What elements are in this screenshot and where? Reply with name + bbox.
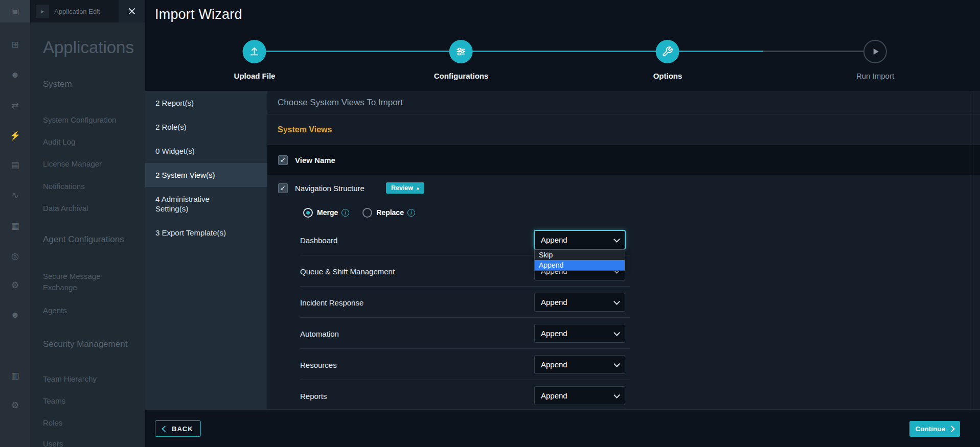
close-button[interactable] <box>119 0 145 22</box>
automation-row: Automation Append <box>267 318 980 349</box>
view-mapping-rows: Dashboard Append Skip Append Queue & Shi… <box>267 224 980 409</box>
dashboard-select-menu: Skip Append <box>534 249 625 271</box>
connectors-icon[interactable]: ⚙ <box>0 280 30 291</box>
view-name-label: View Name <box>295 156 335 164</box>
sidebar-item-system-configuration[interactable]: System Configuration <box>43 115 116 124</box>
row-label: Incident Response <box>300 298 363 307</box>
page-title: Applications <box>43 38 134 57</box>
dashboard-select[interactable]: Append <box>534 230 625 249</box>
row-label: Reports <box>300 391 327 400</box>
tab-arrow-icon: ▸ <box>36 5 49 18</box>
merge-label: Merge <box>317 208 338 217</box>
sidebar-section-security-management: Security Management <box>43 339 127 349</box>
scrollbar[interactable] <box>973 91 973 409</box>
sidebar-item-license-manager[interactable]: License Manager <box>43 159 102 168</box>
category-roles[interactable]: 2 Role(s) <box>145 115 267 139</box>
section-title: System Views <box>278 125 332 134</box>
view-name-row: ✓ View Name <box>267 145 980 175</box>
row-label: Dashboard <box>300 236 337 244</box>
menu-option-skip[interactable]: Skip <box>535 250 625 260</box>
section-row: System Views <box>267 114 980 145</box>
sliders-icon <box>455 46 467 57</box>
dashboard-row: Dashboard Append Skip Append <box>267 224 980 255</box>
replace-info-icon[interactable]: i <box>407 209 415 217</box>
routing-icon[interactable]: ⇄ <box>0 100 30 111</box>
dashboard-icon[interactable]: ⊞ <box>0 39 30 50</box>
reports-icon[interactable]: ▥ <box>0 370 30 381</box>
category-export-templates[interactable]: 3 Export Template(s) <box>145 221 267 245</box>
automation-icon[interactable]: ⚡ <box>0 130 30 141</box>
continue-button[interactable]: Continue <box>909 421 961 437</box>
replace-label: Replace <box>376 208 404 217</box>
merge-radio[interactable] <box>303 208 313 218</box>
playbooks-icon[interactable]: ◎ <box>0 251 30 262</box>
users-icon[interactable]: ☻ <box>0 70 30 80</box>
settings-icon[interactable]: ⚙ <box>0 400 30 411</box>
row-label: Queue & Shift Management <box>300 267 395 275</box>
row-label: Resources <box>300 360 337 369</box>
sidebar-item-data-archival[interactable]: Data Archival <box>43 204 88 213</box>
merge-info-icon[interactable]: i <box>341 209 349 217</box>
category-reports[interactable]: 2 Report(s) <box>145 91 267 115</box>
sidebar-item-secure-message-exchange[interactable]: Secure Message Exchange <box>43 271 125 293</box>
briefcase-icon[interactable]: ▤ <box>0 160 30 171</box>
content-header: Choose System Views To Import <box>267 91 980 114</box>
reports-row: Reports Append <box>267 380 980 409</box>
category-administrative-settings[interactable]: 4 Administrative Setting(s) <box>145 187 267 221</box>
sidebar-item-team-hierarchy[interactable]: Team Hierarchy <box>43 374 97 383</box>
caret-up-icon: ▴ <box>417 186 419 191</box>
chevron-right-icon <box>948 426 955 432</box>
import-wizard-modal: Import Wizard Upload File Configura <box>145 0 980 447</box>
resources-row: Resources Append <box>267 349 980 380</box>
navigation-structure-checkbox[interactable]: ✓ <box>278 183 288 193</box>
chevron-down-icon <box>613 361 620 367</box>
close-icon <box>127 6 137 16</box>
category-widgets[interactable]: 0 Widget(s) <box>145 139 267 163</box>
category-list: 2 Report(s) 2 Role(s) 0 Widget(s) 2 Syst… <box>145 91 267 409</box>
modules-icon[interactable]: ▦ <box>0 221 30 231</box>
merge-replace-options: Merge i Replace i <box>267 201 980 224</box>
sidebar-item-teams[interactable]: Teams <box>43 396 65 405</box>
step-label: Options <box>653 72 682 80</box>
chevron-down-icon <box>613 298 620 305</box>
incident-response-row: Incident Response Append <box>267 287 980 318</box>
content-area: Choose System Views To Import System Vie… <box>267 91 980 409</box>
stepper: Upload File Configurations Options <box>145 30 980 91</box>
step-label: Run Import <box>856 72 894 80</box>
automation-select[interactable]: Append <box>534 324 625 343</box>
view-name-checkbox[interactable]: ✓ <box>278 155 288 165</box>
menu-option-append[interactable]: Append <box>535 260 625 270</box>
back-button[interactable]: BACK <box>155 420 201 437</box>
step-label: Configurations <box>434 72 489 80</box>
sidebar-item-notifications[interactable]: Notifications <box>43 182 85 191</box>
agents-icon[interactable]: ☻ <box>0 310 30 320</box>
row-label: Automation <box>300 329 339 338</box>
navigation-structure-row: ✓ Navigation Structure Review ▴ <box>267 175 980 201</box>
step-label: Upload File <box>234 72 276 80</box>
incident-response-select[interactable]: Append <box>534 293 625 312</box>
review-button[interactable]: Review ▴ <box>386 182 424 194</box>
left-icon-rail: ▣ ⊞ ☻ ⇄ ⚡ ▤ ∿ ▦ ◎ ⚙ ☻ ▥ ⚙ <box>0 0 30 447</box>
reports-select[interactable]: Append <box>534 386 625 405</box>
sidebar: ▸ Application Edit Applications System S… <box>30 0 145 447</box>
play-icon <box>870 46 881 57</box>
chevron-down-icon <box>613 330 620 336</box>
resources-select[interactable]: Append <box>534 355 625 374</box>
step-configurations[interactable] <box>449 40 473 63</box>
chevron-down-icon <box>613 236 620 243</box>
category-system-views[interactable]: 2 System View(s) <box>145 163 267 187</box>
sidebar-section-agent-configurations: Agent Configurations <box>43 234 124 245</box>
sidebar-section-system: System <box>43 79 72 89</box>
sidebar-item-agents[interactable]: Agents <box>43 306 67 315</box>
replace-radio[interactable] <box>362 208 372 218</box>
sidebar-item-users[interactable]: Users <box>43 439 63 447</box>
app-logo-button[interactable]: ▣ <box>0 0 30 22</box>
step-upload-file[interactable] <box>243 40 266 63</box>
analytics-icon[interactable]: ∿ <box>0 190 30 201</box>
sidebar-item-roles[interactable]: Roles <box>43 418 62 427</box>
check-icon: ✓ <box>280 157 286 163</box>
step-run-import <box>863 40 887 63</box>
step-options[interactable] <box>656 40 679 63</box>
sidebar-item-audit-log[interactable]: Audit Log <box>43 137 75 146</box>
modal-header: Import Wizard <box>145 0 980 30</box>
